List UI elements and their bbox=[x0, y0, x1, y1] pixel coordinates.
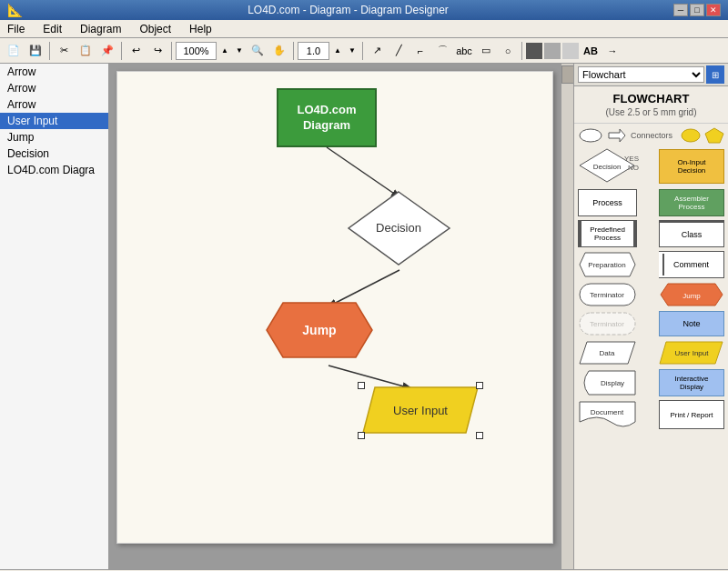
panel-dropdown[interactable]: Flowchart Basic Network bbox=[578, 66, 704, 83]
copy-button[interactable]: 📋 bbox=[76, 41, 96, 61]
new-button[interactable]: 📄 bbox=[4, 41, 24, 61]
row-terminator1: Terminator Jump bbox=[578, 282, 724, 307]
svg-text:Jump: Jump bbox=[302, 323, 336, 337]
color2[interactable] bbox=[544, 43, 561, 59]
v-scroll-thumb[interactable] bbox=[561, 65, 573, 84]
rp-assembler-shape[interactable]: AssemblerProcess bbox=[659, 189, 724, 216]
row-terminator2: Terminator Note bbox=[578, 311, 724, 336]
svg-text:Document: Document bbox=[591, 408, 624, 416]
row-predefined: PredefinedProcess Class bbox=[578, 220, 724, 247]
separator1 bbox=[49, 42, 50, 60]
main-layout: Arrow Arrow Arrow User Input Jump Decisi… bbox=[0, 64, 728, 569]
left-item-arrow3[interactable]: Arrow bbox=[0, 96, 108, 113]
rp-note-shape[interactable]: Note bbox=[659, 311, 724, 336]
zoom-input[interactable]: 100% bbox=[176, 42, 217, 60]
rp-comment-shape[interactable]: Comment bbox=[659, 251, 724, 278]
ellipse-tool[interactable]: ○ bbox=[498, 41, 518, 61]
lo4d-diagram-shape[interactable]: LO4D.comDiagram bbox=[277, 88, 377, 147]
lw-up[interactable]: ▲ bbox=[331, 41, 344, 61]
rp-jump-shape[interactable]: Jump bbox=[659, 282, 724, 307]
svg-text:Decision: Decision bbox=[376, 221, 421, 235]
close-button[interactable]: ✕ bbox=[706, 4, 721, 16]
maximize-button[interactable]: □ bbox=[690, 4, 704, 16]
rp-predefined-shape[interactable]: PredefinedProcess bbox=[578, 220, 637, 247]
row-document: Document Print / Report bbox=[578, 400, 724, 429]
yellow-oval[interactable] bbox=[681, 127, 701, 144]
rp-userinput-shape[interactable]: User Input bbox=[659, 340, 724, 366]
rp-on-input-shape[interactable]: On-InputDecision bbox=[659, 149, 724, 184]
rp-terminator1-shape[interactable]: Terminator bbox=[578, 282, 637, 307]
title-bar-title: LO4D.com - Diagram - Diagram Designer bbox=[23, 4, 673, 16]
rect-tool[interactable]: ▭ bbox=[476, 41, 496, 61]
rp-display-shape[interactable]: Display bbox=[578, 369, 637, 396]
arrow-tool[interactable]: ↗ bbox=[367, 41, 387, 61]
rp-data-shape[interactable]: Data bbox=[578, 340, 637, 366]
text-tool[interactable]: abc bbox=[454, 41, 474, 61]
menu-edit[interactable]: Edit bbox=[39, 20, 66, 37]
yellow-pentagon[interactable] bbox=[704, 127, 724, 144]
menu-bar: File Edit Diagram Object Help bbox=[0, 20, 728, 38]
rp-terminator2-shape[interactable]: Terminator bbox=[578, 311, 637, 336]
paste-button[interactable]: 📌 bbox=[97, 41, 117, 61]
svg-point-11 bbox=[682, 129, 700, 142]
left-item-arrow1[interactable]: Arrow bbox=[0, 64, 108, 80]
rp-print-shape[interactable]: Print / Report bbox=[659, 400, 724, 429]
zoom-down[interactable]: ▼ bbox=[233, 41, 246, 61]
left-item-userinput[interactable]: User Input bbox=[0, 113, 108, 129]
rp-preparation-shape[interactable]: Preparation bbox=[578, 251, 637, 278]
elbow-tool[interactable]: ⌐ bbox=[410, 41, 430, 61]
rp-document-shape[interactable]: Document bbox=[578, 400, 637, 429]
save-button[interactable]: 💾 bbox=[25, 41, 46, 61]
svg-text:Display: Display bbox=[601, 379, 624, 387]
minimize-button[interactable]: ─ bbox=[673, 4, 688, 16]
handle-bl[interactable] bbox=[358, 432, 365, 439]
zoom-search[interactable]: 🔍 bbox=[248, 41, 268, 61]
lw-down[interactable]: ▼ bbox=[346, 41, 359, 61]
pan-tool[interactable]: ✋ bbox=[269, 41, 289, 61]
menu-diagram[interactable]: Diagram bbox=[76, 20, 125, 37]
window-controls: ─ □ ✕ bbox=[673, 4, 721, 16]
redo-button[interactable]: ↪ bbox=[147, 41, 167, 61]
jump-shape[interactable]: Jump bbox=[265, 301, 374, 360]
curve-tool[interactable]: ⌒ bbox=[432, 41, 452, 61]
canvas-scroll[interactable]: LO4D.comDiagram bbox=[109, 64, 573, 569]
color3[interactable] bbox=[562, 43, 579, 59]
left-item-jump[interactable]: Jump bbox=[0, 129, 108, 145]
panel-icon[interactable]: ⊞ bbox=[706, 65, 724, 84]
zoom-up[interactable]: ▲ bbox=[218, 41, 231, 61]
menu-object[interactable]: Object bbox=[136, 20, 175, 37]
flowchart-subtitle: (Use 2.5 or 5 mm grid) bbox=[574, 107, 728, 124]
canvas: LO4D.comDiagram bbox=[116, 71, 553, 544]
left-item-decision[interactable]: Decision bbox=[0, 145, 108, 162]
decision-shape[interactable]: Decision bbox=[347, 190, 451, 267]
flowchart-title: FLOWCHART bbox=[574, 86, 728, 107]
svg-point-9 bbox=[580, 129, 602, 142]
v-scrollbar[interactable] bbox=[561, 64, 573, 569]
rp-class-shape[interactable]: Class bbox=[659, 220, 724, 247]
left-item-lo4d[interactable]: LO4D.com Diagra bbox=[0, 162, 108, 178]
menu-help[interactable]: Help bbox=[186, 20, 216, 37]
handle-tr[interactable] bbox=[476, 382, 483, 389]
menu-file[interactable]: File bbox=[4, 20, 28, 37]
line-tool[interactable]: ╱ bbox=[389, 41, 409, 61]
svg-marker-12 bbox=[705, 128, 723, 143]
svg-text:Data: Data bbox=[600, 349, 615, 357]
handle-br[interactable] bbox=[476, 432, 483, 439]
color1[interactable] bbox=[526, 43, 542, 59]
separator3 bbox=[171, 42, 172, 60]
connectors-label: Connectors bbox=[631, 131, 677, 140]
arrow-right[interactable]: → bbox=[602, 41, 622, 61]
ab-button[interactable]: AB bbox=[581, 41, 601, 61]
userinput-shape[interactable]: User Input bbox=[361, 386, 480, 436]
oval-shape[interactable] bbox=[578, 127, 603, 144]
arrow-shape[interactable] bbox=[607, 127, 627, 144]
line-width-input[interactable]: 1.0 bbox=[298, 42, 329, 60]
rp-process-shape[interactable]: Process bbox=[578, 189, 637, 216]
svg-text:User Input: User Input bbox=[675, 349, 710, 357]
handle-tl[interactable] bbox=[358, 382, 365, 389]
cut-button[interactable]: ✂ bbox=[54, 41, 74, 61]
rp-interactive-shape[interactable]: InteractiveDisplay bbox=[659, 369, 724, 396]
undo-button[interactable]: ↩ bbox=[126, 41, 146, 61]
left-item-arrow2[interactable]: Arrow bbox=[0, 80, 108, 96]
svg-text:Terminator: Terminator bbox=[590, 291, 624, 299]
